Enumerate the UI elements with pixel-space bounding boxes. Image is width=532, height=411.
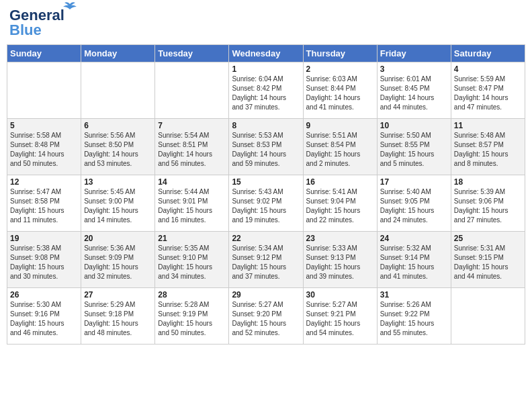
day-number: 9 [306,121,374,130]
day-number: 2 [306,64,374,74]
cell-daylight-info: Sunrise: 5:45 AM Sunset: 9:00 PM Dayligh… [84,187,152,225]
calendar-header: SundayMondayTuesdayWednesdayThursdayFrid… [7,45,525,62]
day-number: 4 [454,64,522,74]
cell-daylight-info: Sunrise: 5:44 AM Sunset: 9:01 PM Dayligh… [158,187,226,225]
cell-daylight-info: Sunrise: 6:03 AM Sunset: 8:44 PM Dayligh… [306,75,374,112]
calendar-cell-r0-c2 [155,62,229,119]
calendar-cell-r1-c6: 11Sunrise: 5:48 AM Sunset: 8:57 PM Dayli… [451,119,525,175]
cell-daylight-info: Sunrise: 5:56 AM Sunset: 8:50 PM Dayligh… [84,131,152,169]
day-number: 10 [380,121,448,130]
day-number: 7 [158,121,226,130]
calendar-cell-r3-c4: 23Sunrise: 5:33 AM Sunset: 9:13 PM Dayli… [303,232,377,288]
cell-daylight-info: Sunrise: 5:29 AM Sunset: 9:18 PM Dayligh… [84,300,152,338]
calendar-row-4: 26Sunrise: 5:30 AM Sunset: 9:16 PM Dayli… [7,288,525,345]
calendar-cell-r4-c6 [451,288,525,345]
cell-daylight-info: Sunrise: 5:47 AM Sunset: 8:58 PM Dayligh… [10,187,78,225]
weekday-header-saturday: Saturday [451,45,525,62]
calendar-cell-r2-c5: 17Sunrise: 5:40 AM Sunset: 9:05 PM Dayli… [377,175,451,232]
weekday-header-wednesday: Wednesday [229,45,303,62]
weekday-header-monday: Monday [81,45,155,62]
weekday-header-thursday: Thursday [303,45,377,62]
day-number: 31 [380,290,448,300]
page-header: General Blue [7,7,525,39]
calendar-cell-r2-c4: 16Sunrise: 5:41 AM Sunset: 9:04 PM Dayli… [303,175,377,232]
calendar-cell-r4-c4: 30Sunrise: 5:27 AM Sunset: 9:21 PM Dayli… [303,288,377,345]
day-number: 3 [380,64,448,74]
day-number: 22 [232,234,300,243]
calendar-cell-r1-c5: 10Sunrise: 5:50 AM Sunset: 8:55 PM Dayli… [377,119,451,175]
day-number: 16 [306,177,374,187]
calendar-cell-r0-c5: 3Sunrise: 6:01 AM Sunset: 8:45 PM Daylig… [377,62,451,119]
calendar-cell-r1-c4: 9Sunrise: 5:51 AM Sunset: 8:54 PM Daylig… [303,119,377,175]
day-number: 17 [380,177,448,187]
calendar-row-0: 1Sunrise: 6:04 AM Sunset: 8:42 PM Daylig… [7,62,525,119]
cell-daylight-info: Sunrise: 5:51 AM Sunset: 8:54 PM Dayligh… [306,131,374,169]
day-number: 28 [158,290,226,300]
cell-daylight-info: Sunrise: 5:40 AM Sunset: 9:05 PM Dayligh… [380,187,448,225]
cell-daylight-info: Sunrise: 5:50 AM Sunset: 8:55 PM Dayligh… [380,131,448,169]
cell-daylight-info: Sunrise: 5:28 AM Sunset: 9:19 PM Dayligh… [158,300,226,338]
calendar-cell-r4-c3: 29Sunrise: 5:27 AM Sunset: 9:20 PM Dayli… [229,288,303,345]
calendar-cell-r2-c6: 18Sunrise: 5:39 AM Sunset: 9:06 PM Dayli… [451,175,525,232]
cell-daylight-info: Sunrise: 6:04 AM Sunset: 8:42 PM Dayligh… [232,75,300,112]
calendar-cell-r0-c3: 1Sunrise: 6:04 AM Sunset: 8:42 PM Daylig… [229,62,303,119]
calendar-cell-r4-c1: 27Sunrise: 5:29 AM Sunset: 9:18 PM Dayli… [81,288,155,345]
day-number: 15 [232,177,300,187]
day-number: 8 [232,121,300,130]
calendar-cell-r0-c6: 4Sunrise: 5:59 AM Sunset: 8:47 PM Daylig… [451,62,525,119]
cell-daylight-info: Sunrise: 5:35 AM Sunset: 9:10 PM Dayligh… [158,244,226,281]
calendar-cell-r3-c2: 21Sunrise: 5:35 AM Sunset: 9:10 PM Dayli… [155,232,229,288]
calendar-cell-r1-c0: 5Sunrise: 5:58 AM Sunset: 8:48 PM Daylig… [7,119,81,175]
weekday-header-tuesday: Tuesday [155,45,229,62]
weekday-header-row: SundayMondayTuesdayWednesdayThursdayFrid… [7,45,525,62]
calendar-cell-r1-c3: 8Sunrise: 5:53 AM Sunset: 8:53 PM Daylig… [229,119,303,175]
calendar-row-2: 12Sunrise: 5:47 AM Sunset: 8:58 PM Dayli… [7,175,525,232]
day-number: 25 [454,234,522,243]
calendar-cell-r3-c5: 24Sunrise: 5:32 AM Sunset: 9:14 PM Dayli… [377,232,451,288]
cell-daylight-info: Sunrise: 5:39 AM Sunset: 9:06 PM Dayligh… [454,187,522,225]
day-number: 12 [10,177,78,187]
calendar-cell-r0-c4: 2Sunrise: 6:03 AM Sunset: 8:44 PM Daylig… [303,62,377,119]
cell-daylight-info: Sunrise: 5:27 AM Sunset: 9:20 PM Dayligh… [232,300,300,338]
day-number: 24 [380,234,448,243]
cell-daylight-info: Sunrise: 5:54 AM Sunset: 8:51 PM Dayligh… [158,131,226,169]
calendar-cell-r2-c3: 15Sunrise: 5:43 AM Sunset: 9:02 PM Dayli… [229,175,303,232]
weekday-header-sunday: Sunday [7,45,81,62]
calendar-cell-r0-c0 [7,62,81,119]
cell-daylight-info: Sunrise: 5:27 AM Sunset: 9:21 PM Dayligh… [306,300,374,338]
calendar-cell-r2-c0: 12Sunrise: 5:47 AM Sunset: 8:58 PM Dayli… [7,175,81,232]
calendar-cell-r4-c0: 26Sunrise: 5:30 AM Sunset: 9:16 PM Dayli… [7,288,81,345]
cell-daylight-info: Sunrise: 6:01 AM Sunset: 8:45 PM Dayligh… [380,75,448,112]
day-number: 20 [84,234,152,243]
cell-daylight-info: Sunrise: 5:26 AM Sunset: 9:22 PM Dayligh… [380,300,448,338]
day-number: 1 [232,64,300,74]
day-number: 26 [10,290,78,300]
calendar-body: 1Sunrise: 6:04 AM Sunset: 8:42 PM Daylig… [7,62,525,345]
cell-daylight-info: Sunrise: 5:43 AM Sunset: 9:02 PM Dayligh… [232,187,300,225]
weekday-header-friday: Friday [377,45,451,62]
day-number: 21 [158,234,226,243]
calendar-row-3: 19Sunrise: 5:38 AM Sunset: 9:08 PM Dayli… [7,232,525,288]
day-number: 29 [232,290,300,300]
day-number: 23 [306,234,374,243]
day-number: 19 [10,234,78,243]
logo-general: General [9,7,64,24]
calendar-cell-r0-c1 [81,62,155,119]
day-number: 27 [84,290,152,300]
calendar-cell-r1-c2: 7Sunrise: 5:54 AM Sunset: 8:51 PM Daylig… [155,119,229,175]
cell-daylight-info: Sunrise: 5:30 AM Sunset: 9:16 PM Dayligh… [10,300,78,338]
cell-daylight-info: Sunrise: 5:36 AM Sunset: 9:09 PM Dayligh… [84,244,152,281]
day-number: 30 [306,290,374,300]
calendar-cell-r3-c0: 19Sunrise: 5:38 AM Sunset: 9:08 PM Dayli… [7,232,81,288]
day-number: 14 [158,177,226,187]
calendar-row-1: 5Sunrise: 5:58 AM Sunset: 8:48 PM Daylig… [7,119,525,175]
calendar-table: SundayMondayTuesdayWednesdayThursdayFrid… [7,44,525,345]
calendar-cell-r2-c1: 13Sunrise: 5:45 AM Sunset: 9:00 PM Dayli… [81,175,155,232]
calendar-cell-r3-c1: 20Sunrise: 5:36 AM Sunset: 9:09 PM Dayli… [81,232,155,288]
calendar-cell-r4-c5: 31Sunrise: 5:26 AM Sunset: 9:22 PM Dayli… [377,288,451,345]
cell-daylight-info: Sunrise: 5:38 AM Sunset: 9:08 PM Dayligh… [10,244,78,281]
cell-daylight-info: Sunrise: 5:31 AM Sunset: 9:15 PM Dayligh… [454,244,522,281]
logo-bird-icon [63,1,77,11]
calendar-cell-r3-c3: 22Sunrise: 5:34 AM Sunset: 9:12 PM Dayli… [229,232,303,288]
cell-daylight-info: Sunrise: 5:41 AM Sunset: 9:04 PM Dayligh… [306,187,374,225]
